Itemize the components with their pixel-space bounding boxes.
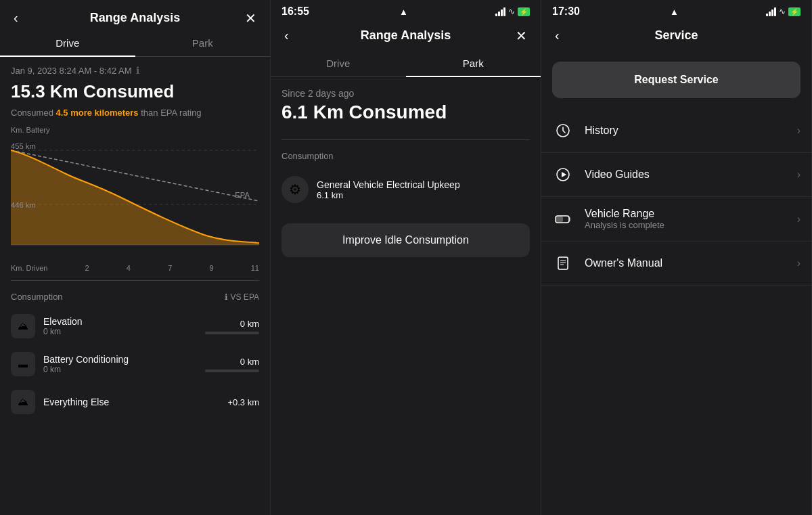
vehicle-range-chevron-icon: ›	[797, 213, 800, 225]
owners-manual-chevron-icon: ›	[797, 257, 800, 269]
everything-else-value: +0.3 km	[227, 397, 259, 407]
chart-y-label: Km. Battery	[11, 126, 259, 134]
tab-park-panel1[interactable]: Park	[135, 30, 271, 57]
panel-service: 17:30 ▲ ∿ ⚡ ‹ Service Request Service	[541, 0, 812, 515]
service-item-history[interactable]: History ›	[541, 109, 811, 153]
x-label-4: 9	[209, 264, 213, 272]
consumption-item-battery: ▬ Battery Conditioning 0 km 0 km	[0, 345, 270, 383]
location-arrow-icon-panel3: ▲	[670, 7, 679, 17]
divider1	[11, 280, 259, 281]
owners-manual-name: Owner's Manual	[585, 257, 786, 269]
sub-stat-prefix: Consumed	[11, 108, 55, 118]
improve-btn[interactable]: Improve Idle Consumption	[281, 223, 530, 257]
owners-manual-icon	[552, 252, 574, 274]
back-button-panel2[interactable]: ‹	[281, 25, 292, 46]
consumption-header: Consumption ℹ VS EPA	[0, 286, 270, 307]
nav-header-panel2: ‹ Range Analysis ✕	[271, 20, 541, 51]
svg-rect-11	[569, 217, 570, 221]
signal-bar-p3-3	[771, 9, 773, 16]
signal-bar-p3-1	[766, 14, 768, 16]
svg-text:455 km: 455 km	[11, 142, 36, 150]
back-button-panel1[interactable]: ‹	[11, 7, 21, 28]
svg-marker-9	[562, 172, 566, 177]
park-main-stat: 6.1 Km Consumed	[271, 102, 541, 134]
signal-bar-p3-4	[774, 7, 776, 16]
x-label-5: 11	[251, 264, 259, 272]
signal-bars-panel2	[495, 7, 505, 16]
close-button-panel1[interactable]: ✕	[242, 7, 259, 29]
wifi-icon-panel3: ∿	[779, 7, 786, 16]
service-item-owners-manual[interactable]: Owner's Manual ›	[541, 242, 811, 286]
battery-cond-right: 0 km	[205, 357, 259, 372]
sub-stat-suffix: than EPA rating	[139, 108, 202, 118]
elevation-progress	[205, 332, 259, 334]
panel2-content: Since 2 days ago 6.1 Km Consumed Consump…	[271, 77, 541, 515]
vehicle-range-name: Vehicle Range	[585, 208, 786, 220]
chart-area: Km. Battery EPA 455 km	[0, 126, 270, 275]
elevation-sub: 0 km	[43, 327, 197, 336]
panel1-content: Jan 9, 2023 8:24 AM - 8:42 AM ℹ 15.3 Km …	[0, 57, 270, 515]
svg-text:EPA: EPA	[235, 191, 250, 199]
panel3-content: Request Service History ›	[541, 51, 811, 515]
panel2-title: Range Analysis	[361, 28, 451, 43]
date-header: Jan 9, 2023 8:24 AM - 8:42 AM ℹ	[0, 57, 270, 79]
consumption-item-elevation: ⛰ Elevation 0 km 0 km	[0, 307, 270, 345]
elevation-icon: ⛰	[11, 314, 35, 338]
signal-bar-4	[503, 7, 505, 16]
panel1-title: Range Analysis	[90, 11, 180, 25]
battery-cond-icon: ▬	[11, 352, 35, 376]
nav-header-panel3: ‹ Service	[541, 20, 811, 51]
back-button-panel3[interactable]: ‹	[552, 25, 562, 46]
tabs-panel2: Drive Park	[271, 51, 541, 77]
everything-else-right: +0.3 km	[227, 397, 259, 407]
since-text: Since 2 days ago	[271, 77, 541, 102]
elevation-name: Elevation	[43, 316, 197, 327]
elevation-value: 0 km	[205, 319, 259, 329]
service-item-video-guides[interactable]: Video Guides ›	[541, 153, 811, 197]
video-guides-chevron-icon: ›	[797, 169, 800, 181]
vehicle-range-info: Vehicle Range Analysis is complete	[585, 208, 786, 230]
tab-drive-panel2[interactable]: Drive	[271, 51, 406, 77]
nav-header-panel1: ‹ Range Analysis ✕	[0, 0, 270, 30]
close-button-panel2[interactable]: ✕	[513, 25, 530, 47]
status-time-panel2: 16:55	[281, 5, 309, 18]
request-service-button[interactable]: Request Service	[552, 62, 800, 98]
history-chevron-icon: ›	[797, 125, 800, 137]
status-icons-panel2: ∿ ⚡	[495, 7, 530, 16]
consumption-item-everything-else: ⛰ Everything Else +0.3 km	[0, 383, 270, 421]
consumption-label: Consumption	[11, 292, 63, 302]
tab-park-panel2[interactable]: Park	[406, 51, 541, 77]
svg-text:446 km: 446 km	[11, 201, 36, 209]
chart-x-labels: Km. Driven 2 4 7 9 11	[11, 261, 259, 275]
battery-cond-value: 0 km	[205, 357, 259, 367]
battery-icon-panel2: ⚡	[518, 7, 530, 16]
consumption-label-park: Consumption	[271, 145, 541, 166]
service-item-vehicle-range[interactable]: Vehicle Range Analysis is complete ›	[541, 197, 811, 242]
svg-rect-13	[558, 257, 568, 269]
gear-icon: ⚙	[281, 176, 309, 203]
tab-drive-panel1[interactable]: Drive	[0, 30, 135, 57]
consumption-card-name: General Vehicle Electrical Upkeep	[317, 179, 460, 190]
vs-epa-label: VS EPA	[231, 292, 259, 302]
video-guides-name: Video Guides	[585, 169, 786, 181]
status-bar-panel3: 17:30 ▲ ∿ ⚡	[541, 0, 811, 20]
vehicle-range-sub: Analysis is complete	[585, 220, 786, 230]
signal-bar-2	[498, 12, 500, 16]
panel-range-analysis-park: 16:55 ▲ ∿ ⚡ ‹ Range Analysis ✕ Drive Par…	[271, 0, 541, 515]
consumption-card: ⚙ General Vehicle Electrical Upkeep 6.1 …	[271, 166, 541, 212]
battery-cond-info: Battery Conditioning 0 km	[43, 354, 197, 374]
signal-bar-1	[495, 14, 497, 16]
status-icons-panel3: ∿ ⚡	[766, 7, 800, 16]
history-icon	[552, 120, 574, 141]
everything-else-info: Everything Else	[43, 397, 219, 407]
sub-stat-panel1: Consumed 4.5 more kilometers than EPA ra…	[0, 108, 270, 126]
chart-svg: EPA 455 km 446 km	[11, 137, 259, 259]
vehicle-range-icon	[552, 208, 574, 230]
history-info: History	[585, 125, 786, 137]
sub-stat-highlight: 4.5 more kilometers	[55, 108, 138, 118]
chart-container: EPA 455 km 446 km	[11, 137, 259, 259]
x-label-0: Km. Driven	[11, 264, 47, 272]
main-stat-panel1: 15.3 Km Consumed	[0, 79, 270, 108]
signal-bars-panel3	[766, 7, 776, 16]
status-bar-panel2: 16:55 ▲ ∿ ⚡	[271, 0, 541, 20]
